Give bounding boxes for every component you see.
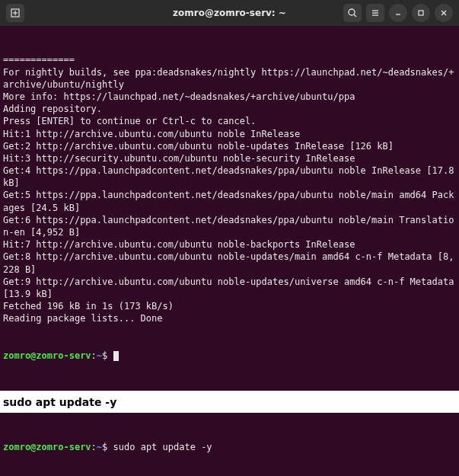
terminal-line: Hit:1 http://archive.ubuntu.com/ubuntu n… [3,128,456,140]
window-titlebar: zomro@zomro-serv: ~ [0,0,459,26]
svg-point-3 [349,9,355,15]
prompt-user-host: zomro@zomro-serv [3,350,91,361]
svg-rect-9 [419,11,423,15]
terminal-line: Get:2 http://archive.ubuntu.com/ubuntu n… [3,140,456,152]
terminal-line: Hit:3 http://security.ubuntu.com/ubuntu … [3,152,456,165]
close-icon [438,8,449,18]
minimize-button[interactable] [389,4,407,22]
new-tab-button[interactable] [6,4,24,22]
terminal-output-bottom[interactable]: zomro@zomro-serv:~$ sudo apt update -y H… [0,413,459,476]
terminal-line: Get:4 https://ppa.launchpadcontent.net/d… [3,165,456,189]
terminal-line: Reading package lists... Done [3,312,456,324]
prompt-symbol: $ [102,350,107,361]
new-tab-icon [10,8,21,18]
terminal-line: ============= [3,53,456,65]
terminal-line: More info: https://launchpad.net/~deadsn… [3,91,456,103]
terminal-line: Get:6 https://ppa.launchpadcontent.net/d… [3,214,456,238]
search-button[interactable] [343,4,362,22]
search-icon [347,8,358,18]
svg-line-4 [354,14,356,17]
terminal-line: Get:9 http://archive.ubuntu.com/ubuntu n… [3,276,456,300]
maximize-button[interactable] [412,4,430,22]
prompt-path-2: ~ [97,442,102,452]
close-button[interactable] [435,4,453,22]
section-heading: sudo apt update -y [0,391,459,413]
menu-icon [370,8,381,18]
maximize-icon [416,8,426,18]
minimize-icon [393,8,403,18]
terminal-line: Hit:7 http://archive.ubuntu.com/ubuntu n… [3,238,456,251]
terminal-line: For nightly builds, see ppa:deadsnakes/n… [3,66,456,91]
prompt-colon: : [91,350,97,361]
typed-command: sudo apt update -y [113,442,212,452]
terminal-line: Get:5 https://ppa.launchpadcontent.net/d… [3,189,456,213]
terminal-output-top[interactable]: =============For nightly builds, see ppa… [0,26,459,391]
terminal-line: Adding repository. [3,103,456,115]
terminal-line: Press [ENTER] to continue or Ctrl-c to c… [3,115,456,127]
text-cursor [113,351,119,361]
prompt-line: zomro@zomro-serv:~$ [3,350,456,362]
terminal-line: Get:8 http://archive.ubuntu.com/ubuntu n… [3,251,456,275]
prompt-line-2: zomro@zomro-serv:~$ sudo apt update -y [3,441,456,453]
prompt-user-host-2: zomro@zomro-serv [3,442,91,452]
terminal-window: zomro@zomro-serv: ~ =============For nig… [0,0,459,476]
prompt-path: ~ [97,350,102,361]
hamburger-menu-button[interactable] [366,4,384,22]
terminal-line: Fetched 196 kB in 1s (173 kB/s) [3,300,456,312]
